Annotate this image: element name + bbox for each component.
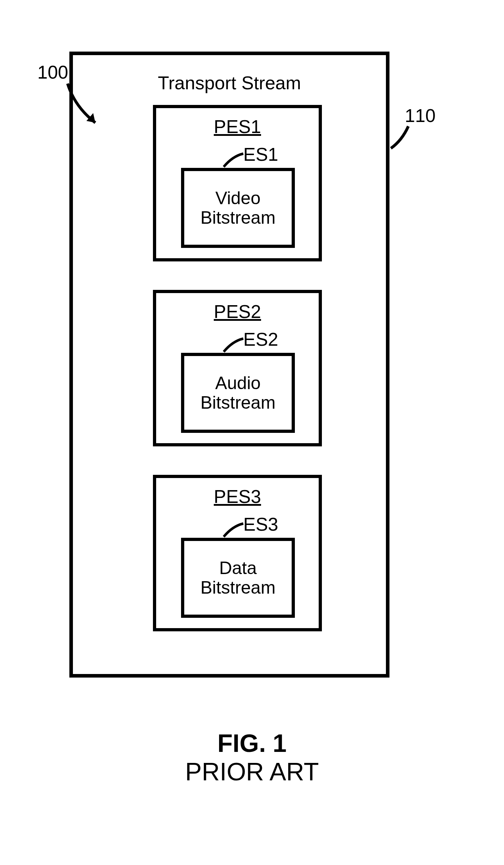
es1-content-line2: Bitstream: [200, 208, 275, 228]
figure-caption: FIG. 1 PRIOR ART: [0, 729, 504, 786]
es2-content-line1: Audio: [215, 373, 261, 393]
pes2-box: PES2 ES2 Audio Bitstream: [153, 290, 322, 446]
transport-stream-title: Transport Stream: [73, 72, 386, 94]
callout-100: 100: [37, 62, 68, 83]
es1-label: ES1: [243, 144, 278, 165]
figure-subtitle: PRIOR ART: [0, 758, 504, 786]
pes1-box: PES1 ES1 Video Bitstream: [153, 105, 322, 261]
pes1-title: PES1: [156, 116, 319, 137]
figure-title: FIG. 1: [0, 729, 504, 758]
pes3-title: PES3: [156, 486, 319, 507]
es3-label: ES3: [243, 514, 278, 535]
pes3-box: PES3 ES3 Data Bitstream: [153, 475, 322, 631]
es2-content-line2: Bitstream: [200, 393, 275, 413]
pes2-title: PES2: [156, 301, 319, 322]
es1-content-line1: Video: [216, 189, 261, 208]
es2-box: Audio Bitstream: [181, 353, 295, 433]
es3-content-line2: Bitstream: [200, 578, 275, 598]
callout-110: 110: [405, 105, 436, 126]
es3-content-line1: Data: [219, 558, 257, 578]
transport-stream-container: Transport Stream PES1 ES1 Video Bitstrea…: [69, 52, 389, 678]
es1-box: Video Bitstream: [181, 168, 295, 248]
es3-box: Data Bitstream: [181, 538, 295, 618]
es2-label: ES2: [243, 329, 278, 350]
